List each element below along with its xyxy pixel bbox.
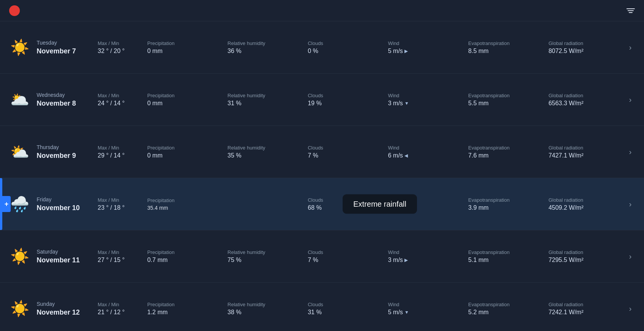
humidity-label: Relative humidity <box>227 145 301 151</box>
date-label: November 8 <box>37 100 95 108</box>
date-label: November 10 <box>37 204 95 212</box>
day-name-cell: Tuesday November 7 <box>34 40 95 55</box>
day-name-cell: Wednesday November 8 <box>34 92 95 108</box>
precipitation-value: 35.4 mm <box>147 205 168 211</box>
evapotranspiration-value: 8.5 mm <box>468 48 488 54</box>
precipitation-label: Precipitation <box>147 249 221 255</box>
day-row-nov11[interactable]: ☀️ Saturday November 11 Max / Min 27 ° /… <box>0 230 644 283</box>
maxmin-cell: Max / Min 24 ° / 14 ° <box>95 93 144 107</box>
date-label: November 9 <box>37 152 95 160</box>
clouds-cell: Clouds 7 % <box>305 145 385 159</box>
humidity-value: 36 % <box>227 48 241 54</box>
day-row-nov7[interactable]: ☀️ Tuesday November 7 Max / Min 32 ° / 2… <box>0 21 644 74</box>
precipitation-label: Precipitation <box>147 145 221 151</box>
day-name-cell: Saturday November 11 <box>34 249 95 264</box>
precipitation-value: 0 mm <box>147 100 163 106</box>
precipitation-cell: Precipitation 1.2 mm <box>144 302 224 316</box>
wind-label: Wind <box>388 249 462 255</box>
clouds-value: 31 % <box>308 309 322 315</box>
humidity-value: 31 % <box>227 100 241 106</box>
precipitation-cell: Precipitation 0.7 mm <box>144 249 224 264</box>
maxmin-label: Max / Min <box>98 197 141 203</box>
evapotranspiration-value: 7.6 mm <box>468 152 488 159</box>
weather-icon: ☀️ <box>6 300 34 318</box>
row-chevron[interactable]: › <box>626 304 635 313</box>
evapotranspiration-label: Evapotranspiration <box>468 40 542 46</box>
wind-arrow-icon: ▶ <box>404 48 408 54</box>
date-label: November 12 <box>37 309 95 317</box>
maxmin-label: Max / Min <box>98 302 141 307</box>
day-row-nov10[interactable]: +🌧️ Friday November 10 Max / Min 23 ° / … <box>0 178 644 230</box>
precipitation-label: Precipitation <box>147 40 221 46</box>
precipitation-cell: Precipitation 0 mm <box>144 93 224 107</box>
wind-arrow-icon: ◀ <box>404 153 408 158</box>
evapotranspiration-cell: Evapotranspiration 5.2 mm <box>465 302 545 316</box>
evapotranspiration-value: 5.2 mm <box>468 309 488 315</box>
evapotranspiration-cell: Evapotranspiration 5.5 mm <box>465 93 545 107</box>
evapotranspiration-label: Evapotranspiration <box>468 93 542 98</box>
clouds-value: 19 % <box>308 100 322 106</box>
clouds-cell: Clouds 19 % <box>305 93 385 107</box>
humidity-cell: Relative humidity 31 % <box>224 93 304 107</box>
maxmin-value: 27 ° / 15 ° <box>98 257 125 263</box>
precipitation-value: 0 mm <box>147 48 163 54</box>
precipitation-label: Precipitation <box>147 93 221 98</box>
precipitation-label: Precipitation <box>147 198 221 203</box>
row-chevron[interactable]: › <box>626 95 635 104</box>
wind-arrow-icon: ◀ <box>404 205 408 210</box>
wind-cell: Wind 3 m/s ▼ <box>385 93 465 107</box>
clouds-value: 68 % <box>308 204 322 211</box>
globalradiation-label: Global radiation <box>549 145 623 151</box>
row-chevron[interactable]: › <box>626 43 635 52</box>
evapotranspiration-value: 5.1 mm <box>468 257 488 263</box>
wind-value: 6 m/s ◀ <box>388 152 462 159</box>
row-chevron[interactable]: › <box>626 148 635 156</box>
globalradiation-cell: Global radiation 7427.1 W/m² <box>546 145 626 159</box>
clouds-label: Clouds <box>308 302 382 307</box>
evapotranspiration-cell: Evapotranspiration 7.6 mm <box>465 145 545 159</box>
wind-cell: Wind 5 m/s ◀ <box>385 197 465 211</box>
maxmin-label: Max / Min <box>98 249 141 255</box>
maxmin-label: Max / Min <box>98 40 141 46</box>
maxmin-label: Max / Min <box>98 93 141 98</box>
humidity-value: 38 % <box>227 309 241 315</box>
clouds-value: 7 % <box>308 152 319 159</box>
precipitation-value: 1.2 mm <box>147 309 167 315</box>
globalradiation-value: 7242.1 W/m² <box>549 309 584 315</box>
precipitation-value: 0 mm <box>147 152 163 159</box>
humidity-label: Relative humidity <box>227 40 301 46</box>
clouds-cell: Clouds 68 % <box>305 197 385 211</box>
wind-label: Wind <box>388 197 462 203</box>
maxmin-cell: Max / Min 29 ° / 14 ° <box>95 145 144 159</box>
maxmin-value: 23 ° / 18 ° <box>98 204 125 211</box>
row-chevron[interactable]: › <box>626 200 635 209</box>
weekday-label: Wednesday <box>37 92 95 98</box>
maxmin-cell: Max / Min 21 ° / 12 ° <box>95 302 144 316</box>
plus-button[interactable]: + <box>2 196 11 212</box>
weekday-label: Friday <box>37 196 95 202</box>
weekday-label: Tuesday <box>37 40 95 46</box>
precipitation-value: 0.7 mm <box>147 257 167 263</box>
humidity-label: Relative humidity <box>227 302 301 307</box>
evapotranspiration-label: Evapotranspiration <box>468 145 542 151</box>
evapotranspiration-cell: Evapotranspiration 8.5 mm <box>465 40 545 55</box>
row-chevron[interactable]: › <box>626 252 635 261</box>
humidity-cell: Relative humidity 38 % <box>224 302 304 316</box>
globalradiation-label: Global radiation <box>549 197 623 203</box>
wind-cell: Wind 3 m/s ▶ <box>385 249 465 264</box>
globalradiation-value: 4509.2 W/m² <box>549 204 584 211</box>
precipitation-cell: Precipitation 35.4 mm Extreme rainfall <box>144 198 224 211</box>
day-row-nov9[interactable]: ⛅ Thursday November 9 Max / Min 29 ° / 1… <box>0 126 644 178</box>
alert-left <box>9 5 24 16</box>
globalradiation-value: 6563.3 W/m² <box>549 100 584 106</box>
maxmin-label: Max / Min <box>98 145 141 151</box>
day-row-nov8[interactable]: 🌥️ Wednesday November 8 Max / Min 24 ° /… <box>0 74 644 126</box>
filter-icon[interactable] <box>626 8 635 13</box>
globalradiation-cell: Global radiation 4509.2 W/m² <box>546 197 626 211</box>
day-row-nov12[interactable]: ☀️ Sunday November 12 Max / Min 21 ° / 1… <box>0 283 644 331</box>
globalradiation-cell: Global radiation 7295.5 W/m² <box>546 249 626 264</box>
evapotranspiration-label: Evapotranspiration <box>468 249 542 255</box>
globalradiation-label: Global radiation <box>549 302 623 307</box>
clouds-label: Clouds <box>308 93 382 98</box>
date-label: November 7 <box>37 47 95 55</box>
